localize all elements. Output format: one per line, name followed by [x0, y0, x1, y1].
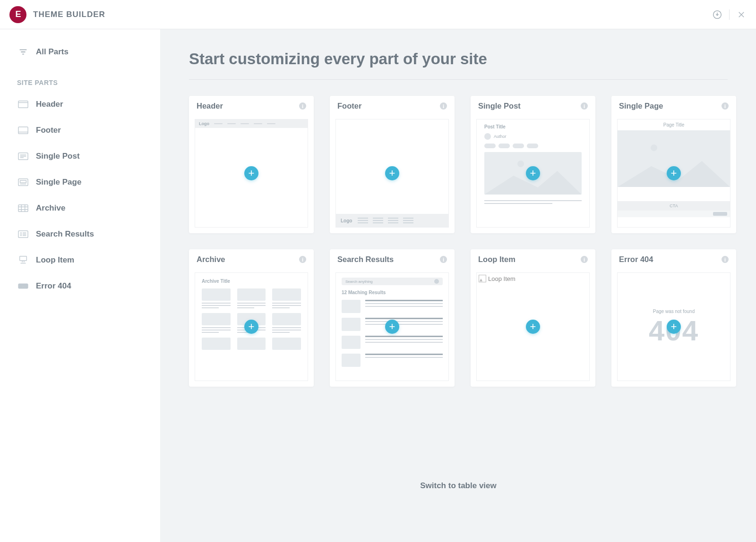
header-icon: [17, 100, 29, 109]
add-button[interactable]: +: [385, 166, 399, 180]
add-button[interactable]: +: [667, 320, 681, 334]
card-search-results[interactable]: Search Results i Search anything 12 Mach…: [330, 249, 455, 387]
sidebar-item-label: Header: [36, 100, 63, 109]
card-title: Error 404: [619, 255, 653, 264]
sidebar-item-label: Search Results: [36, 229, 94, 239]
card-title: Footer: [337, 102, 361, 110]
topbar: E THEME BUILDER: [0, 0, 756, 29]
add-button[interactable]: +: [244, 166, 258, 180]
page-title: Start customizing every part of your sit…: [189, 50, 728, 80]
search-results-icon: [17, 230, 29, 238]
card-footer[interactable]: Footer i Logo: [330, 96, 455, 233]
card-archive[interactable]: Archive i Archive Title: [189, 249, 314, 387]
card-error-404[interactable]: Error 404 i Page was not found 404 +: [611, 249, 736, 387]
sidebar-item-single-page[interactable]: Single Page: [0, 169, 160, 195]
broken-image-icon: [479, 275, 486, 282]
sidebar-item-single-post[interactable]: Single Post: [0, 143, 160, 169]
card-title: Single Post: [478, 102, 521, 110]
svg-text:404: 404: [21, 285, 26, 288]
add-button[interactable]: +: [667, 166, 681, 180]
divider: [729, 9, 730, 20]
card-single-page[interactable]: Single Page i Page Title CTA +: [611, 96, 736, 233]
main-content: Start customizing every part of your sit…: [161, 29, 756, 542]
sidebar-item-label: Error 404: [36, 281, 71, 291]
info-icon[interactable]: i: [440, 102, 447, 110]
card-loop-item[interactable]: Loop Item i Loop Item +: [471, 249, 595, 387]
svg-rect-1: [18, 101, 28, 108]
sidebar-item-header[interactable]: Header: [0, 91, 160, 117]
preview-search-count: 12 Maching Results: [342, 290, 443, 295]
sidebar-item-footer[interactable]: Footer: [0, 117, 160, 143]
filter-icon: [17, 47, 29, 57]
info-icon[interactable]: i: [440, 256, 447, 263]
sidebar-item-label: Archive: [36, 203, 65, 213]
info-icon[interactable]: i: [722, 256, 729, 263]
sidebar-item-search-results[interactable]: Search Results: [0, 221, 160, 247]
sidebar-item-label: Single Post: [36, 152, 80, 161]
svg-rect-8: [20, 256, 27, 260]
download-icon[interactable]: [712, 9, 722, 20]
add-button[interactable]: +: [244, 320, 258, 334]
sidebar-item-label: Footer: [36, 126, 61, 135]
sidebar-all-parts[interactable]: All Parts: [0, 39, 160, 65]
info-icon[interactable]: i: [581, 256, 588, 263]
preview-loop-placeholder: Loop Item: [488, 275, 515, 282]
sidebar-all-parts-label: All Parts: [36, 47, 69, 57]
archive-icon: [17, 204, 29, 212]
add-button[interactable]: +: [526, 166, 540, 180]
single-post-icon: [17, 152, 29, 161]
card-title: Loop Item: [478, 255, 515, 264]
card-title: Search Results: [337, 255, 394, 264]
preview-search-placeholder: Search anything: [345, 279, 373, 284]
loop-item-icon: [17, 255, 29, 265]
card-title: Header: [197, 102, 223, 110]
preview-author-label: Author: [494, 134, 507, 139]
info-icon[interactable]: i: [299, 102, 306, 110]
info-icon[interactable]: i: [299, 256, 306, 263]
preview-logo-label: Logo: [199, 121, 209, 126]
card-single-post[interactable]: Single Post i Post Title Author +: [471, 96, 595, 233]
preview-page-title: Page Title: [618, 119, 730, 130]
preview-post-title: Post Title: [484, 124, 582, 129]
sidebar-item-loop-item[interactable]: Loop Item: [0, 247, 160, 273]
single-page-icon: [17, 178, 29, 186]
sidebar-item-label: Loop Item: [36, 255, 74, 265]
preview-logo-label: Logo: [341, 218, 352, 223]
preview-cta-label: CTA: [618, 201, 730, 211]
sidebar: All Parts SITE PARTS Header Footer Singl…: [0, 29, 161, 542]
add-button[interactable]: +: [385, 320, 399, 334]
cards-grid: Header i Logo + Footer: [184, 96, 732, 387]
svg-rect-2: [18, 127, 28, 134]
switch-to-table-view[interactable]: Switch to table view: [184, 481, 732, 491]
svg-rect-6: [18, 204, 28, 212]
sidebar-section-label: SITE PARTS: [0, 65, 160, 91]
add-button[interactable]: +: [526, 320, 540, 334]
footer-icon: [17, 126, 29, 135]
sidebar-item-error-404[interactable]: 404 Error 404: [0, 273, 160, 299]
app-logo-icon: E: [9, 6, 26, 23]
info-icon[interactable]: i: [581, 102, 588, 110]
app-title: THEME BUILDER: [33, 10, 105, 19]
card-title: Single Page: [619, 102, 663, 110]
sidebar-item-label: Single Page: [36, 178, 81, 187]
error-404-icon: 404: [17, 283, 29, 289]
info-icon[interactable]: i: [722, 102, 729, 110]
card-title: Archive: [197, 255, 225, 264]
close-icon[interactable]: [736, 9, 747, 20]
preview-archive-title: Archive Title: [202, 279, 301, 284]
card-header[interactable]: Header i Logo +: [189, 96, 314, 233]
preview-404-message: Page was not found: [653, 309, 695, 314]
svg-rect-5: [20, 180, 26, 183]
sidebar-item-archive[interactable]: Archive: [0, 195, 160, 221]
